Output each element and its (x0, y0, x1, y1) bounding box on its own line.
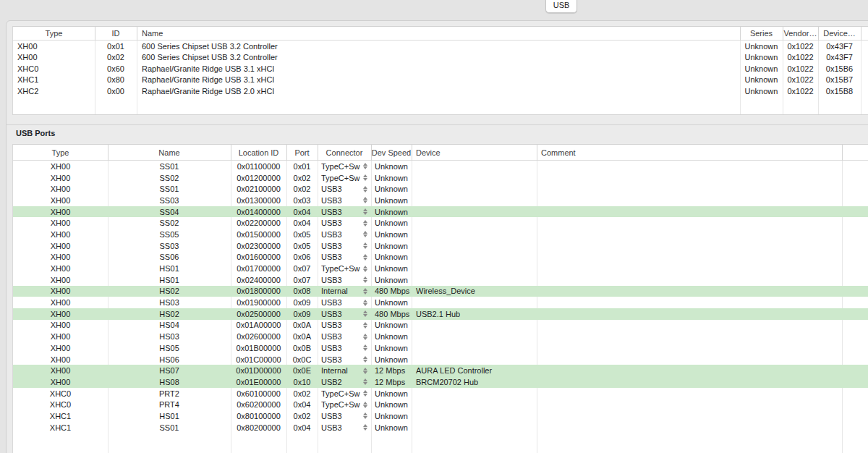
connector-stepper-icon[interactable] (363, 368, 367, 374)
connector-stepper-icon[interactable] (363, 424, 367, 431)
port-row[interactable]: XH00HS060x01C000000x0CUSB3Unknown (13, 354, 868, 365)
connector-stepper-icon[interactable] (363, 254, 367, 261)
connector-stepper-icon[interactable] (363, 300, 367, 306)
cell-connector[interactable]: USB3 (318, 240, 371, 252)
cell-connector[interactable]: USB3 (318, 229, 371, 240)
port-row[interactable]: XHC1SS010x802000000x04USB3Unknown (13, 422, 868, 433)
chevron-up-icon (363, 163, 367, 166)
connector-stepper-icon[interactable] (363, 242, 367, 249)
column-header-location-id[interactable]: Location ID (231, 145, 286, 160)
connector-stepper-icon[interactable] (363, 276, 367, 283)
port-row[interactable]: XH00SS050x015000000x05USB3Unknown (13, 229, 868, 240)
cell-connector[interactable]: Internal (318, 286, 371, 297)
connector-stepper-icon[interactable] (363, 378, 367, 385)
connector-stepper-icon[interactable] (363, 231, 367, 237)
chevron-down-icon (363, 416, 367, 419)
column-header-series[interactable]: Series (740, 27, 783, 40)
controller-row[interactable]: XHC10x80Raphael/Granite Ridge USB 3.1 xH… (13, 75, 868, 86)
cell-connector[interactable]: USB3 (318, 331, 371, 342)
cell-connector[interactable]: TypeC+Sw (318, 388, 371, 399)
cell-connector[interactable]: USB3 (318, 217, 371, 229)
column-header-name[interactable]: Name (108, 145, 231, 160)
port-row[interactable]: XH00HS050x01B000000x0BUSB3Unknown (13, 342, 868, 354)
port-row[interactable]: XH00HS010x017000000x07TypeC+SwUnknown (13, 263, 868, 274)
cell-connector[interactable]: USB3 (318, 206, 371, 218)
cell-connector[interactable]: USB3 (318, 410, 371, 422)
cell-connector[interactable]: TypeC+Sw (318, 263, 371, 274)
port-row[interactable]: XHC0PRT20x601000000x02TypeC+SwUnknown (13, 388, 868, 399)
connector-stepper-icon[interactable] (363, 197, 367, 203)
connector-stepper-icon[interactable] (363, 163, 367, 169)
connector-stepper-icon[interactable] (363, 266, 367, 272)
connector-stepper-icon[interactable] (363, 412, 367, 419)
cell-name: SS02 (108, 217, 231, 229)
cell-connector[interactable]: TypeC+Sw (318, 172, 371, 184)
cell-connector[interactable]: TypeC+Sw (318, 399, 371, 410)
cell-connector[interactable]: USB3 (318, 195, 371, 206)
cell-connector[interactable]: USB3 (318, 422, 371, 433)
cell-connector[interactable]: TypeC+Sw (318, 161, 371, 172)
port-row[interactable]: XHC1HS010x801000000x02USB3Unknown (13, 410, 868, 422)
port-row[interactable]: XH00SS040x014000000x04USB3Unknown (13, 206, 868, 218)
port-row[interactable]: XH00SS030x023000000x05USB3Unknown (13, 240, 868, 252)
port-row[interactable]: XH00SS020x012000000x02TypeC+SwUnknown (13, 172, 868, 184)
controller-row[interactable]: XH000x02600 Series Chipset USB 3.2 Contr… (13, 52, 868, 64)
port-row[interactable]: XH00HS070x01D000000x0EInternal12 MbpsAUR… (13, 365, 868, 376)
connector-stepper-icon[interactable] (363, 310, 367, 317)
chevron-up-icon (363, 344, 367, 347)
cell-connector[interactable]: USB3 (318, 320, 371, 331)
cell-port: 0x02 (286, 410, 318, 422)
port-row[interactable]: XH00HS030x026000000x0AUSB3Unknown (13, 331, 868, 342)
column-header-type[interactable]: Type (13, 27, 95, 40)
column-header-port[interactable]: Port (286, 145, 318, 160)
cell-comment (537, 217, 842, 229)
port-row[interactable]: XH00HS040x01A000000x0AUSB3Unknown (13, 320, 868, 331)
column-header-connector[interactable]: Connector (318, 145, 371, 160)
port-row[interactable]: XH00HS030x019000000x09USB3Unknown (13, 297, 868, 308)
column-header-device[interactable]: Device… (818, 27, 861, 40)
column-header-vendor[interactable]: Vendor… (783, 27, 818, 40)
cell-connector[interactable]: USB3 (318, 297, 371, 308)
cell-connector[interactable]: USB3 (318, 183, 371, 195)
port-row[interactable]: XH00SS020x022000000x04USB3Unknown (13, 217, 868, 229)
connector-stepper-icon[interactable] (363, 186, 367, 192)
port-row[interactable]: XH00SS060x016000000x06USB3Unknown (13, 252, 868, 263)
tab-usb[interactable]: USB (545, 0, 577, 13)
connector-stepper-icon[interactable] (363, 220, 367, 226)
cell-connector[interactable]: USB3 (318, 354, 371, 365)
connector-stepper-icon[interactable] (363, 402, 367, 408)
cell-connector[interactable]: USB2 (318, 376, 371, 388)
controller-row[interactable]: XHC20x00Raphael/Granite Ridge USB 2.0 xH… (13, 85, 868, 97)
cell-connector[interactable]: USB3 (318, 274, 371, 286)
port-row[interactable]: XH00SS030x013000000x03USB3Unknown (13, 195, 868, 206)
column-header-dev-speed[interactable]: Dev Speed (371, 145, 412, 160)
port-row[interactable]: XH00HS020x025000000x09USB3480 MbpsUSB2.1… (13, 308, 868, 320)
column-header-name[interactable]: Name (137, 27, 740, 40)
connector-stepper-icon[interactable] (363, 334, 367, 340)
cell-connector[interactable]: USB3 (318, 252, 371, 263)
connector-stepper-icon[interactable] (363, 288, 367, 295)
port-row[interactable]: XH00SS010x011000000x01TypeC+SwUnknown (13, 161, 868, 172)
port-row[interactable]: XH00SS010x021000000x02USB3Unknown (13, 183, 868, 195)
port-row[interactable]: XH00HS080x01E000000x10USB212 MbpsBRCM207… (13, 376, 868, 388)
connector-stepper-icon[interactable] (363, 208, 367, 215)
cell-connector[interactable]: USB3 (318, 308, 371, 320)
column-header-comment[interactable]: Comment (537, 145, 842, 160)
controller-row[interactable]: XH000x01600 Series Chipset USB 3.2 Contr… (13, 41, 868, 52)
port-row[interactable]: XH00HS020x018000000x08Internal480 MbpsWi… (13, 286, 868, 297)
connector-stepper-icon[interactable] (363, 344, 367, 351)
cell-connector[interactable]: USB3 (318, 342, 371, 354)
connector-stepper-icon[interactable] (363, 322, 367, 329)
column-header-device[interactable]: Device (412, 145, 537, 160)
column-header-id[interactable]: ID (95, 27, 137, 40)
controller-row[interactable]: XHC00x60Raphael/Granite Ridge USB 3.1 xH… (13, 63, 868, 75)
cell-connector[interactable]: Internal (318, 365, 371, 376)
cell-name: HS02 (108, 286, 231, 297)
connector-stepper-icon[interactable] (363, 174, 367, 181)
port-row[interactable]: XH00HS010x024000000x07USB3Unknown (13, 274, 868, 286)
connector-stepper-icon[interactable] (363, 390, 367, 397)
cell-location-id: 0x01700000 (231, 263, 286, 274)
column-header-type[interactable]: Type (13, 145, 108, 160)
port-row[interactable]: XHC0PRT40x602000000x04TypeC+SwUnknown (13, 399, 868, 410)
connector-stepper-icon[interactable] (363, 356, 367, 363)
